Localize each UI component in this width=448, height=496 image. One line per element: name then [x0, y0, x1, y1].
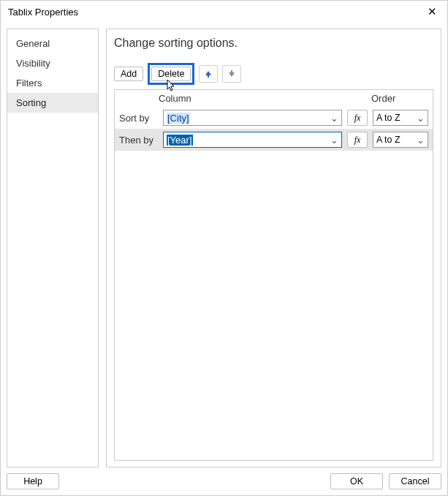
- move-up-button[interactable]: [199, 65, 218, 83]
- tablix-properties-dialog: Tablix Properties ✕ General Visibility F…: [0, 0, 448, 496]
- dropdown-value: [City]: [167, 113, 328, 124]
- window-title: Tablix Properties: [8, 7, 78, 18]
- sort-row-0[interactable]: Sort by [City] ⌄ fx A to Z ⌄: [115, 107, 433, 129]
- sidebar: General Visibility Filters Sorting: [7, 29, 99, 467]
- chevron-down-icon: ⌄: [328, 113, 338, 124]
- sidebar-item-visibility[interactable]: Visibility: [7, 53, 98, 73]
- sort-column-dropdown[interactable]: [Year] ⌄: [163, 132, 342, 148]
- sort-column-dropdown[interactable]: [City] ⌄: [163, 110, 342, 126]
- panel-heading: Change sorting options.: [114, 37, 433, 50]
- footer: Help OK Cancel: [1, 467, 447, 495]
- order-dropdown[interactable]: A to Z ⌄: [373, 110, 428, 126]
- dropdown-value: A to Z: [376, 113, 414, 123]
- chevron-down-icon: ⌄: [328, 135, 338, 146]
- sidebar-item-label: General: [16, 38, 50, 49]
- sidebar-item-filters[interactable]: Filters: [7, 73, 98, 93]
- dropdown-value: [Year]: [167, 135, 328, 146]
- delete-button[interactable]: Delete: [151, 67, 191, 81]
- sidebar-item-label: Filters: [16, 78, 42, 89]
- delete-button-highlight: Delete: [148, 63, 194, 85]
- close-icon[interactable]: ✕: [425, 5, 440, 18]
- toolbar: Add Delete: [114, 63, 433, 85]
- titlebar: Tablix Properties ✕: [1, 1, 447, 23]
- arrow-down-icon: [227, 69, 236, 78]
- header-order: Order: [371, 93, 428, 104]
- help-button[interactable]: Help: [7, 473, 59, 489]
- order-dropdown[interactable]: A to Z ⌄: [373, 132, 428, 148]
- header-column: Column: [159, 93, 349, 104]
- grid-header: Column Order: [115, 90, 433, 107]
- expression-button[interactable]: fx: [347, 110, 368, 126]
- sidebar-item-label: Sorting: [16, 97, 46, 108]
- dropdown-value: A to Z: [376, 135, 414, 145]
- dialog-body: General Visibility Filters Sorting Chang…: [1, 23, 447, 467]
- row-label: Then by: [119, 135, 159, 146]
- row-label: Sort by: [119, 113, 159, 124]
- chevron-down-icon: ⌄: [414, 113, 425, 124]
- cancel-button[interactable]: Cancel: [389, 473, 441, 489]
- sidebar-item-sorting[interactable]: Sorting: [7, 93, 98, 113]
- sort-row-1[interactable]: Then by [Year] ⌄ fx A to Z ⌄: [115, 129, 433, 151]
- add-button[interactable]: Add: [114, 67, 143, 81]
- sidebar-item-label: Visibility: [16, 58, 50, 69]
- move-down-button[interactable]: [222, 65, 241, 83]
- ok-button[interactable]: OK: [330, 473, 383, 489]
- sidebar-item-general[interactable]: General: [7, 34, 98, 53]
- main-panel: Change sorting options. Add Delete Colum…: [106, 29, 441, 467]
- chevron-down-icon: ⌄: [414, 135, 425, 146]
- sort-grid: Column Order Sort by [City] ⌄ fx: [114, 89, 433, 461]
- expression-button[interactable]: fx: [347, 132, 368, 148]
- arrow-up-icon: [204, 69, 213, 78]
